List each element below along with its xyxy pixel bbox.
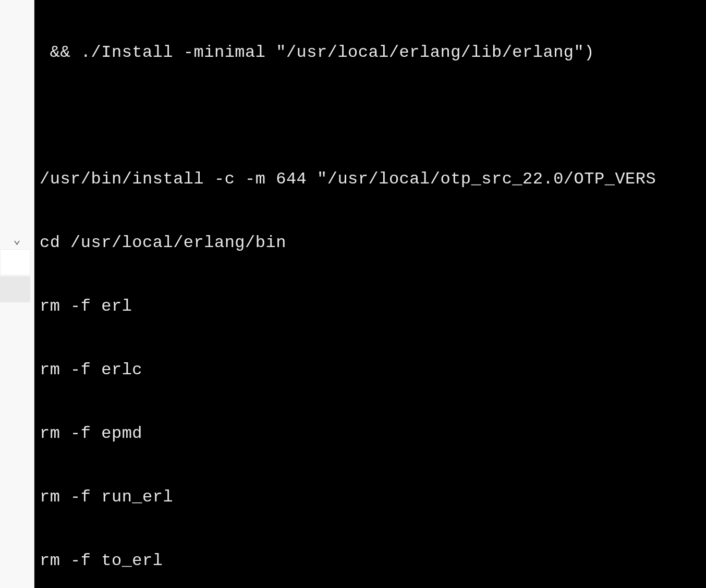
terminal-line: rm -f erlc bbox=[40, 360, 701, 381]
terminal-line: /usr/bin/install -c -m 644 "/usr/local/o… bbox=[40, 169, 701, 190]
terminal-line: rm -f run_erl bbox=[40, 487, 701, 508]
terminal-line: && ./Install -minimal "/usr/local/erlang… bbox=[40, 42, 701, 64]
terminal-line: rm -f epmd bbox=[40, 423, 701, 445]
terminal-line: cd /usr/local/erlang/bin bbox=[40, 232, 701, 254]
terminal-output[interactable]: && ./Install -minimal "/usr/local/erlang… bbox=[34, 0, 706, 588]
sidebar-box bbox=[0, 249, 30, 275]
sidebar-highlight bbox=[0, 276, 30, 302]
terminal-line: rm -f erl bbox=[40, 296, 701, 317]
sidebar: ⌄ bbox=[0, 0, 34, 588]
terminal-line: rm -f to_erl bbox=[40, 550, 701, 572]
terminal-line bbox=[40, 106, 701, 127]
chevron-down-icon[interactable]: ⌄ bbox=[13, 232, 20, 247]
